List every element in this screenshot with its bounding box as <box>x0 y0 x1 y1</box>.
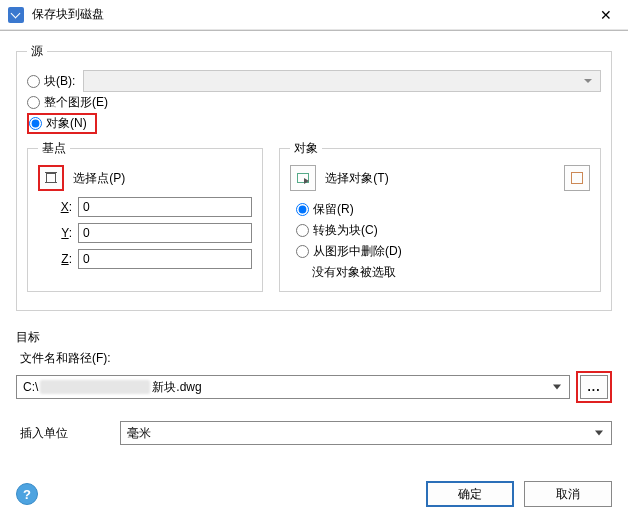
dialog-body: 源 块(B): 整个图形(E) 对象(N) 基点 选择 <box>0 30 628 517</box>
x-label: X: <box>46 200 72 214</box>
units-label: 插入单位 <box>20 425 120 442</box>
block-name-dropdown[interactable] <box>83 70 601 92</box>
basepoint-group: 基点 选择点(P) X: Y: Z: <box>27 140 263 292</box>
titlebar: 保存块到磁盘 ✕ <box>0 0 628 30</box>
convert-label: 转换为块(C) <box>313 222 378 239</box>
footer: ? 确定 取消 <box>16 481 612 507</box>
delete-label: 从图形中删除(D) <box>313 243 402 260</box>
source-objects-radio[interactable] <box>29 117 42 130</box>
browse-highlight: ... <box>576 371 612 403</box>
z-input[interactable] <box>78 249 252 269</box>
path-row: C:\ 新块.dwg ... <box>16 371 612 403</box>
source-objects-label: 对象(N) <box>46 115 87 132</box>
convert-radio[interactable] <box>296 224 309 237</box>
pick-point-label: 选择点(P) <box>73 171 125 185</box>
objects-mode-radios: 保留(R) 转换为块(C) 从图形中删除(D) 没有对象被选取 <box>290 201 590 281</box>
cancel-button[interactable]: 取消 <box>524 481 612 507</box>
path-suffix: 新块.dwg <box>152 379 201 396</box>
path-label: 文件名和路径(F): <box>20 350 612 367</box>
source-block-label: 块(B): <box>44 73 75 90</box>
y-label: Y: <box>46 226 72 240</box>
source-drawing-row: 整个图形(E) <box>27 94 601 111</box>
objects-group: 对象 选择对象(T) 保留(R) <box>279 140 601 292</box>
source-block-row: 块(B): <box>27 70 601 92</box>
quick-select-icon <box>569 170 585 186</box>
select-objects-label: 选择对象(T) <box>325 171 388 185</box>
app-icon <box>8 7 24 23</box>
basepoint-legend: 基点 <box>38 140 70 157</box>
select-objects-row: 选择对象(T) <box>290 165 590 191</box>
select-objects-icon <box>295 170 311 186</box>
pick-point-row: 选择点(P) <box>38 165 252 191</box>
ok-button[interactable]: 确定 <box>426 481 514 507</box>
close-button[interactable]: ✕ <box>584 0 628 30</box>
source-group: 源 块(B): 整个图形(E) 对象(N) 基点 选择 <box>16 43 612 311</box>
source-legend: 源 <box>27 43 47 60</box>
browse-button[interactable]: ... <box>580 375 608 399</box>
source-block-radio[interactable] <box>27 75 40 88</box>
path-combo[interactable]: C:\ 新块.dwg <box>16 375 570 399</box>
source-drawing-label: 整个图形(E) <box>44 94 108 111</box>
objects-status: 没有对象被选取 <box>312 264 590 281</box>
x-row: X: <box>46 197 252 217</box>
units-row: 插入单位 毫米 <box>16 421 612 445</box>
objects-legend: 对象 <box>290 140 322 157</box>
z-row: Z: <box>46 249 252 269</box>
source-drawing-radio[interactable] <box>27 96 40 109</box>
delete-radio[interactable] <box>296 245 309 258</box>
y-input[interactable] <box>78 223 252 243</box>
source-objects-row: 对象(N) <box>27 113 601 134</box>
destination-section-label: 目标 <box>16 329 612 346</box>
units-value: 毫米 <box>127 425 151 442</box>
inner-row: 基点 选择点(P) X: Y: Z: <box>27 140 601 300</box>
path-prefix: C:\ <box>23 380 38 394</box>
z-label: Z: <box>46 252 72 266</box>
units-select[interactable]: 毫米 <box>120 421 612 445</box>
y-row: Y: <box>46 223 252 243</box>
retain-label: 保留(R) <box>313 201 354 218</box>
path-blurred-segment <box>40 380 150 394</box>
source-objects-highlight: 对象(N) <box>27 113 97 134</box>
window-title: 保存块到磁盘 <box>32 6 584 23</box>
select-objects-button[interactable] <box>290 165 316 191</box>
quick-select-button[interactable] <box>564 165 590 191</box>
x-input[interactable] <box>78 197 252 217</box>
pick-point-button[interactable] <box>38 165 64 191</box>
retain-radio[interactable] <box>296 203 309 216</box>
help-button[interactable]: ? <box>16 483 38 505</box>
pick-point-icon <box>43 170 59 186</box>
